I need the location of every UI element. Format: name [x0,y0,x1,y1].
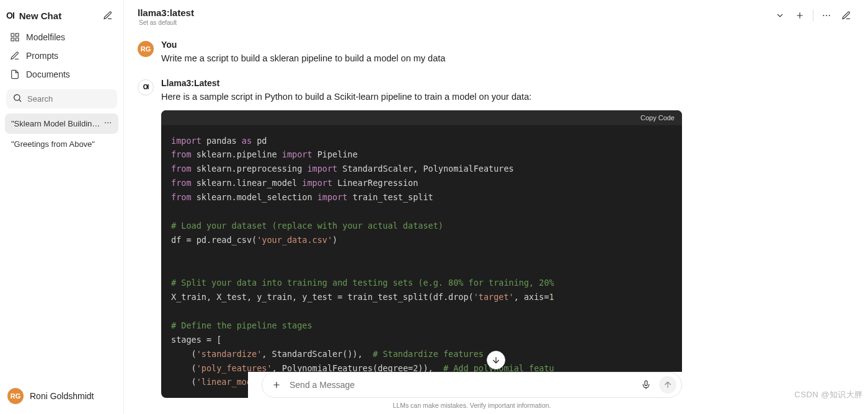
scroll-down-button[interactable] [487,351,505,369]
user-name: Roni Goldshmidt [30,391,94,401]
header: llama3:latest Set as default [124,0,868,29]
conversation-title: "Sklearn Model Building Script" [11,119,104,128]
disclaimer: LLMs can make mistakes. Verify important… [262,402,682,409]
composer-area: LLMs can make mistakes. Verify important… [248,372,868,414]
brand[interactable]: OI New Chat [6,11,61,21]
mic-icon[interactable] [639,378,653,392]
nav-label: Prompts [26,51,58,61]
new-chat-icon[interactable] [101,9,115,22]
main: llama3:latest Set as default RG You Writ… [124,0,868,414]
documents-icon [10,69,20,79]
nav-label: Documents [26,69,70,79]
svg-rect-3 [16,38,19,41]
avatar: RG [138,41,154,57]
svg-rect-0 [11,33,14,37]
model-name: llama3:latest [138,7,194,18]
svg-rect-11 [645,381,647,385]
svg-point-9 [826,15,827,16]
svg-rect-1 [16,33,19,37]
svg-point-4 [14,95,20,100]
sidebar: OI New Chat Modelfiles Prompts Documents [0,0,124,414]
svg-point-10 [829,15,830,16]
brand-label: New Chat [19,11,61,21]
svg-point-8 [823,15,824,16]
prompts-icon [10,51,20,61]
conversation-item[interactable]: "Sklearn Model Building Script" [5,113,118,134]
message-text: Here is a sample script in Python to bui… [161,90,682,104]
code-body[interactable]: import pandas as pd from sklearn.pipelin… [161,125,682,399]
search-box[interactable] [6,89,117,108]
assistant-message: OI Llama3:Latest Here is a sample script… [138,78,682,399]
nav: Modelfiles Prompts Documents [5,29,118,83]
send-button[interactable] [659,376,676,394]
code-block: Copy Code import pandas as pd from sklea… [161,110,682,399]
copy-code-button[interactable]: Copy Code [640,114,675,121]
plus-icon[interactable] [793,9,807,22]
brand-icon: OI [6,11,14,20]
conversation-title: "Greetings from Above" [11,139,95,149]
svg-point-6 [107,122,108,123]
nav-documents[interactable]: Documents [5,66,118,83]
attach-icon[interactable] [270,378,283,392]
chevron-down-icon[interactable] [773,9,787,22]
more-icon[interactable] [820,9,833,22]
user-message: RG You Write me a script to build a skle… [138,40,682,66]
message-author: Llama3:Latest [161,78,682,88]
more-icon[interactable] [104,118,112,130]
nav-modelfiles[interactable]: Modelfiles [5,29,118,46]
edit-icon[interactable] [839,9,853,22]
search-icon [12,93,22,105]
user-row[interactable]: RG Roni Goldshmidt [5,384,118,408]
conversation-list: "Sklearn Model Building Script" "Greetin… [5,113,118,153]
composer [262,372,682,398]
message-input[interactable] [290,380,633,390]
svg-point-5 [105,122,106,123]
modelfiles-icon [10,32,20,42]
set-default-link[interactable]: Set as default [138,19,194,26]
conversation-item[interactable]: "Greetings from Above" [5,135,118,153]
divider [813,10,813,21]
svg-rect-2 [11,38,14,41]
bot-avatar: OI [138,79,154,95]
nav-prompts[interactable]: Prompts [5,47,118,64]
svg-point-7 [110,122,111,123]
avatar: RG [7,388,24,404]
nav-label: Modelfiles [26,32,65,42]
message-author: You [161,40,682,50]
search-input[interactable] [27,94,131,103]
message-text: Write me a script to build a skleran pip… [161,52,682,66]
